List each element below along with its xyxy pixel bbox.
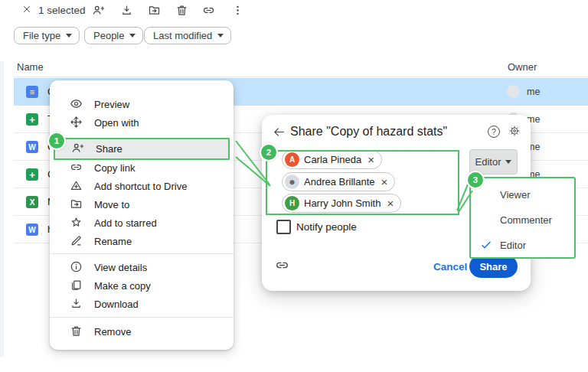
menu-item-open-with[interactable]: Open with [50,114,234,131]
owner-column-header[interactable]: Owner [508,61,537,73]
person-add-icon [71,142,84,155]
role-option-editor[interactable]: Editor [471,237,574,255]
avatar: H [285,196,299,210]
left-edge-strip [0,61,4,357]
eye-icon [70,97,83,110]
check-icon [480,239,492,251]
recipient-chip[interactable]: H Harry John Smith × [282,194,401,213]
menu-item-label: Rename [94,236,132,247]
menu-item-label: Add to starred [94,217,157,229]
name-column-header[interactable]: Name [17,61,44,73]
copy-link-icon[interactable] [275,258,289,272]
link-icon [70,161,83,174]
recipient-name: Carla Pineda [304,154,361,165]
selection-toolbar: 1 selected [0,0,588,21]
menu-item-label: Download [94,299,139,310]
avatar-face-icon: ☻ [285,175,299,189]
role-option-label: Viewer [500,189,531,201]
notify-people-label: Notify people [296,221,357,233]
trash-icon[interactable] [175,4,188,17]
menu-item-label: Add shortcut to Drive [94,181,187,192]
menu-item-make-a-copy[interactable]: Make a copy [50,277,234,294]
menu-item-label: Move to [94,199,129,210]
star-icon [70,216,83,229]
cancel-button[interactable]: Cancel [433,261,467,272]
annotation-badge-3: 3 [466,171,485,189]
google-docs-icon: ≡ [26,86,38,98]
trash-icon [70,325,83,338]
back-arrow-icon[interactable] [273,126,286,139]
recipient-chip[interactable]: ☻ Andrea Brillante × [282,172,395,191]
download-icon [70,297,83,310]
filter-chip-people[interactable]: People [84,27,143,44]
chevron-down-icon [505,160,511,164]
role-button-label: Editor [475,156,501,168]
close-icon[interactable] [21,4,32,15]
filter-label: File type [23,30,60,41]
menu-item-copy-link[interactable]: Copy link [50,159,234,176]
menu-item-add-to-starred[interactable]: Add to starred [50,214,234,231]
drive-add-icon [70,179,83,192]
menu-divider [50,253,234,254]
excel-file-icon: X [26,196,38,208]
role-option-viewer[interactable]: Viewer [471,186,574,204]
chevron-right-icon [70,116,80,127]
filter-label: Last modified [153,30,212,41]
chevron-down-icon [66,34,72,38]
avatar [507,85,520,98]
notify-people-checkbox[interactable] [276,220,291,234]
annotation-badge-1: 1 [47,132,66,150]
chevron-down-icon [129,34,136,38]
filter-chip-last-modified[interactable]: Last modified [144,27,231,44]
role-option-label: Editor [500,240,526,251]
menu-item-view-details[interactable]: View details [50,259,234,276]
help-icon[interactable]: ? [488,126,500,138]
pencil-icon [70,234,83,247]
menu-item-move-to[interactable]: Move to [50,196,234,213]
google-sheets-icon: + [26,113,38,126]
download-icon[interactable] [120,4,133,17]
recipient-name: Andrea Brillante [304,176,375,188]
annotation-badge-2: 2 [260,143,278,162]
filter-chip-file-type[interactable]: File type [14,27,80,44]
avatar: A [285,152,299,167]
menu-item-add-shortcut[interactable]: Add shortcut to Drive [50,178,234,194]
filter-label: People [93,30,124,41]
selected-count: 1 selected [38,5,86,16]
menu-item-rename[interactable]: Rename [50,233,234,250]
menu-item-label: Remove [94,326,131,338]
menu-item-share[interactable]: Share [54,138,230,160]
role-dropdown-panel: Viewer Commenter Editor [469,177,576,259]
google-sheets-icon: + [26,168,38,181]
word-file-icon: W [26,224,38,236]
header-divider [14,77,588,77]
role-option-label: Commenter [500,214,552,226]
person-add-icon[interactable] [92,4,105,17]
gear-icon[interactable] [508,125,521,137]
menu-item-remove[interactable]: Remove [50,323,234,340]
info-icon [70,260,83,273]
role-option-commenter[interactable]: Commenter [471,211,574,230]
link-icon[interactable] [202,4,215,17]
move-folder-icon[interactable] [148,4,161,17]
context-menu: Preview Open with Share Copy link Add sh… [50,80,234,350]
menu-item-label: View details [94,262,147,273]
recipient-name: Harry John Smith [304,197,381,209]
menu-item-download[interactable]: Download [50,295,234,312]
recipient-chip[interactable]: A Carla Pineda × [282,150,382,169]
move-folder-icon [70,197,83,210]
menu-item-preview[interactable]: Preview [50,96,234,113]
menu-item-label: Make a copy [94,280,151,292]
menu-item-label: Share [96,143,122,155]
menu-item-label: Open with [94,117,139,129]
chevron-down-icon [217,34,224,38]
menu-divider [50,317,234,318]
remove-chip-icon[interactable]: × [387,197,394,209]
remove-chip-icon[interactable]: × [368,154,374,165]
filter-bar: File type People Last modified [0,26,588,47]
copy-icon [70,279,83,292]
more-vert-icon[interactable] [231,4,244,17]
remove-chip-icon[interactable]: × [381,176,388,188]
word-file-icon: W [26,141,38,153]
owner-label: me [527,86,540,97]
